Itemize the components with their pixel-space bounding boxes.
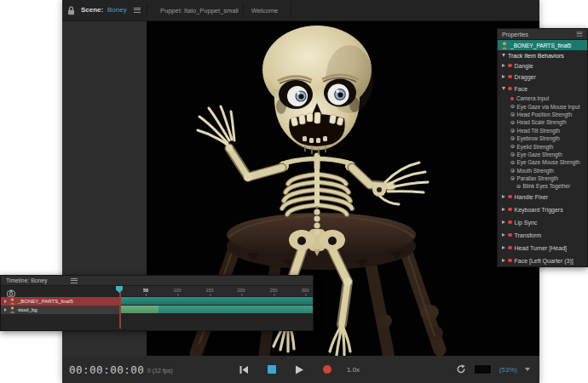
top-bar: Scene: Boney Puppet: Italo_Puppet_small …	[62, 0, 539, 21]
tab-puppet[interactable]: Puppet: Italo_Puppet_small	[160, 7, 239, 14]
chevron-down-icon[interactable]	[502, 87, 505, 90]
param-head-tilt-strength[interactable]: Head Tilt Strength	[498, 127, 587, 134]
zoom-level[interactable]: (53%)	[499, 366, 517, 374]
camera-icon[interactable]	[7, 289, 15, 297]
behavior-dragger[interactable]: Dragger	[498, 71, 587, 83]
target-ring-icon[interactable]	[510, 105, 515, 109]
lock-icon[interactable]	[67, 6, 75, 15]
target-ring-icon[interactable]	[516, 185, 521, 189]
param-head-scale-strength[interactable]: Head Scale Strength	[498, 118, 587, 126]
target-ring-icon[interactable]	[510, 112, 515, 117]
timeline-panel: Timeline: Boney 50 100 150 200 250 300	[0, 275, 314, 331]
scene-name-link[interactable]: Boney	[107, 6, 127, 14]
param-mouth-strength[interactable]: Mouth Strength	[498, 167, 587, 174]
puppet-icon	[501, 42, 508, 49]
behavior-transform[interactable]: Transform	[498, 229, 587, 242]
param-eyebrow-strength[interactable]: Eyebrow Strength	[498, 134, 587, 142]
chevron-right-icon[interactable]	[502, 195, 505, 198]
target-ring-icon[interactable]	[510, 169, 515, 173]
chevron-right-icon[interactable]	[502, 208, 505, 211]
puppet-icon	[9, 298, 15, 305]
target-ring-icon[interactable]	[510, 145, 515, 149]
ruler-label: 150	[205, 288, 213, 293]
param-eye-gaze-strength[interactable]: Eye Gaze Strength	[498, 151, 587, 158]
record-dot-icon[interactable]	[508, 208, 512, 212]
param-camera-input[interactable]: Camera Input	[498, 94, 587, 102]
stop-button[interactable]	[268, 365, 276, 374]
behavior-handle-fixer[interactable]: Handle Fixer	[498, 191, 587, 203]
properties-title: Properties	[502, 31, 528, 37]
target-ring-icon[interactable]	[510, 161, 515, 165]
timeline-ruler[interactable]: 50 100 150 200 250 300	[120, 286, 314, 297]
behavior-head-turner[interactable]: Head Turner [Head]	[498, 242, 587, 254]
record-dot-icon[interactable]	[508, 233, 512, 237]
chevron-right-icon[interactable]	[502, 259, 505, 262]
background-color-swatch[interactable]	[474, 364, 492, 374]
target-ring-icon[interactable]	[510, 136, 515, 140]
play-button[interactable]	[295, 365, 304, 374]
selected-puppet-row[interactable]: _BONEY_PARTS_final5	[498, 40, 587, 50]
chevron-right-icon[interactable]	[502, 233, 505, 237]
param-parallax-strength[interactable]: Parallax Strength	[498, 174, 587, 182]
panel-menu-icon[interactable]	[577, 31, 583, 36]
scene-label: Scene:	[81, 6, 103, 14]
tab-separator	[243, 3, 244, 18]
behavior-face[interactable]: Face	[498, 83, 587, 94]
playback-speed[interactable]: 1.0x	[347, 366, 360, 374]
ruler-label: 50	[143, 288, 148, 293]
behavior-keyboard-triggers[interactable]: Keyboard Triggers	[498, 203, 587, 216]
record-dot-icon[interactable]	[508, 195, 512, 199]
track-bar-stool-bg-segment[interactable]	[120, 306, 159, 313]
record-dot-icon[interactable]	[508, 75, 512, 79]
record-dot-icon[interactable]	[508, 87, 512, 91]
chevron-right-icon[interactable]	[502, 75, 505, 78]
param-eye-gaze-via-mouse-input[interactable]: Eye Gaze via Mouse Input	[498, 102, 587, 110]
tab-separator	[291, 3, 291, 18]
record-dot-icon[interactable]	[508, 220, 512, 225]
behavior-dangle[interactable]: Dangle	[498, 60, 587, 71]
refresh-icon[interactable]	[456, 364, 466, 374]
param-eyelid-strength[interactable]: Eyelid Strength	[498, 142, 587, 150]
target-ring-icon[interactable]	[510, 152, 515, 157]
behavior-face-left-quarter[interactable]: Face [Left Quarter (3)]	[498, 254, 587, 267]
go-to-start-button[interactable]	[239, 365, 249, 374]
timeline-header: Timeline: Boney	[1, 276, 313, 286]
frame-info: 0 (12 fps)	[147, 368, 173, 374]
behavior-lip-sync[interactable]: Lip Sync	[498, 216, 587, 229]
param-eye-gaze-mouse-strength[interactable]: Eye Gaze Mouse Strength	[498, 158, 587, 166]
record-dot-icon[interactable]	[508, 259, 512, 263]
record-dot-icon[interactable]	[510, 97, 514, 100]
record-dot-icon[interactable]	[508, 64, 512, 68]
chevron-right-icon[interactable]	[502, 246, 505, 249]
param-head-position-strength[interactable]: Head Position Strength	[498, 111, 587, 118]
target-ring-icon[interactable]	[510, 129, 515, 133]
scene-menu-icon[interactable]	[134, 8, 141, 13]
left-eye	[287, 86, 308, 106]
ruler-label: 250	[269, 288, 277, 293]
target-ring-icon[interactable]	[510, 176, 515, 180]
target-ring-icon[interactable]	[510, 121, 515, 125]
chevron-right-icon[interactable]	[4, 300, 7, 303]
timecode: 00:00:00:00	[69, 363, 144, 376]
record-dot-icon[interactable]	[508, 246, 512, 250]
ruler-label: 300	[301, 288, 308, 293]
chevron-down-icon[interactable]	[502, 54, 505, 57]
tab-separator	[147, 3, 147, 18]
chevron-right-icon[interactable]	[502, 220, 505, 224]
tab-welcome[interactable]: Welcome	[251, 7, 278, 14]
chevron-down-icon[interactable]	[525, 368, 530, 371]
ruler-label: 200	[237, 288, 245, 293]
timeline-track-stool-bg[interactable]: stool_bg	[1, 306, 120, 314]
section-track-item-behaviors[interactable]: Track Item Behaviors	[498, 50, 587, 60]
timeline-track-boney-parts[interactable]: _BONEY_PARTS_final5	[1, 297, 120, 306]
ruler-label: 100	[173, 288, 181, 293]
puppet-icon	[9, 306, 15, 313]
chevron-right-icon[interactable]	[4, 308, 7, 312]
transport-bar: 00:00:00:00 0 (12 fps) 1.0x	[62, 356, 539, 383]
track-bar-boney-parts[interactable]	[120, 297, 313, 305]
panel-menu-icon[interactable]	[71, 278, 78, 283]
param-blink-eyes-together[interactable]: Blink Eyes Together	[498, 182, 587, 190]
right-eye	[328, 84, 349, 106]
record-button[interactable]	[323, 365, 331, 374]
chevron-right-icon[interactable]	[502, 64, 505, 67]
